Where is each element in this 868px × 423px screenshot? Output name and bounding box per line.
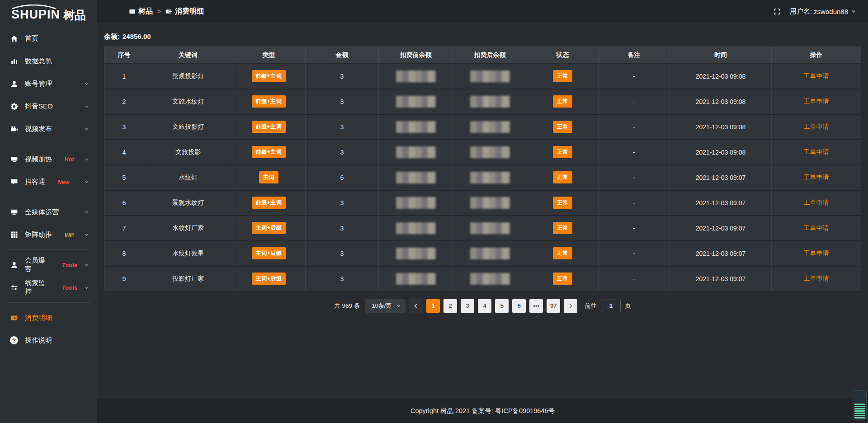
sidebar-item-data-overview[interactable]: 数据总览 <box>0 50 97 72</box>
page-5-button[interactable]: 5 <box>495 299 509 313</box>
breadcrumb-item-0[interactable]: 树品 <box>129 7 153 16</box>
page-2-button[interactable]: 2 <box>443 299 457 313</box>
cell-action: 工单申请 <box>772 190 861 216</box>
cell-type: 前缀+主词 <box>232 114 306 140</box>
sidebar-item-clue-monitor[interactable]: 线索监控Tools <box>0 276 97 299</box>
sidebar-divider <box>7 197 90 197</box>
cell-keyword: 水纹灯厂家 <box>144 216 232 241</box>
sidebar-item-consumption-details[interactable]: 消费明细 <box>0 306 97 329</box>
cell-balance-before <box>379 89 453 114</box>
cell-balance-before <box>379 140 453 165</box>
topbar: 树品>消费明细 用户名: zswodun88 <box>97 0 868 23</box>
cell-time: 2021-12-03 09:07 <box>670 190 772 216</box>
chevron-down-icon <box>84 210 89 215</box>
cell-time: 2021-12-03 09:08 <box>670 89 772 114</box>
page-size-select[interactable]: 10条/页 <box>365 299 406 313</box>
cell-status: 正常 <box>527 190 599 216</box>
grid-icon <box>10 230 18 239</box>
fullscreen-icon[interactable] <box>773 8 781 15</box>
cell-remark: - <box>599 165 670 190</box>
logo: SHUPIN 树品 <box>0 0 97 24</box>
chevron-down-icon <box>84 127 89 132</box>
cell-balance-after <box>453 114 527 140</box>
sidebar-item-video-heating[interactable]: 视频加热Hot <box>0 148 97 170</box>
sidebar-item-home[interactable]: 首页 <box>0 27 97 50</box>
work-order-link[interactable]: 工单申请 <box>804 249 829 257</box>
cell-action: 工单申请 <box>772 241 861 266</box>
work-order-link[interactable]: 工单申请 <box>804 174 829 181</box>
work-order-link[interactable]: 工单申请 <box>804 123 829 130</box>
cell-time: 2021-12-03 09:07 <box>670 241 772 266</box>
sidebar-item-operation-guide[interactable]: ?操作说明 <box>0 329 97 352</box>
sidebar-item-douyin-seo[interactable]: 抖音SEO <box>0 95 97 118</box>
cell-remark: - <box>599 216 670 241</box>
sidebar-item-matrix-boost[interactable]: 矩阵助推VIP <box>0 223 97 246</box>
chat-icon <box>10 178 18 186</box>
sidebar-item-member-booster[interactable]: 会员爆客Tools <box>0 254 97 276</box>
chevron-down-icon <box>84 285 89 290</box>
table-row: 9投影灯厂家主词+后缀3正常-2021-12-03 09:07工单申请 <box>104 266 861 291</box>
redacted-balance-before <box>396 121 436 133</box>
sidebar-item-label: 抖音SEO <box>25 102 53 111</box>
user-icon <box>10 80 18 88</box>
page-4-button[interactable]: 4 <box>478 299 491 313</box>
redacted-balance-after <box>470 146 510 158</box>
redacted-balance-after <box>470 197 510 209</box>
more-pages-button[interactable]: ••• <box>529 299 543 313</box>
cell-remark: - <box>599 114 670 140</box>
cell-remark: - <box>599 241 670 266</box>
goto-page-input[interactable] <box>601 300 621 312</box>
sidebar-item-label: 消费明细 <box>25 314 52 322</box>
work-order-link[interactable]: 工单申请 <box>804 224 829 231</box>
work-order-link[interactable]: 工单申请 <box>804 148 829 155</box>
cell-status: 正常 <box>527 64 599 89</box>
status-badge: 正常 <box>553 70 572 82</box>
chevron-down-icon <box>84 232 89 237</box>
chevron-down-icon <box>851 9 856 14</box>
cell-index: 4 <box>104 140 144 165</box>
total-count: 共 969 条 <box>334 302 360 310</box>
cell-type: 主词+后缀 <box>232 266 306 291</box>
sidebar: SHUPIN 树品 首页数据总览账号管理抖音SEO视频发布视频加热Hot抖客通N… <box>0 0 97 423</box>
cell-remark: - <box>599 64 670 89</box>
page-1-button[interactable]: 1 <box>426 299 440 313</box>
redacted-balance-after <box>470 121 510 133</box>
mini-monitor-widget[interactable] <box>853 390 867 420</box>
sidebar-item-douketong[interactable]: 抖客通New <box>0 170 97 193</box>
sidebar-item-label: 视频发布 <box>25 125 52 133</box>
cell-balance-after <box>453 266 527 291</box>
work-order-link[interactable]: 工单申请 <box>804 275 829 282</box>
sidebar-item-tag: Tools <box>62 262 77 268</box>
cell-index: 3 <box>104 114 144 140</box>
status-badge: 正常 <box>553 95 572 108</box>
work-order-link[interactable]: 工单申请 <box>804 72 829 80</box>
column-header-4: 扣费前余额 <box>379 47 453 64</box>
balance-value: 24856.00 <box>123 33 151 40</box>
cell-action: 工单申请 <box>772 216 861 241</box>
prev-page-button[interactable] <box>409 299 423 313</box>
cell-balance-after <box>453 241 527 266</box>
cell-remark: - <box>599 140 670 165</box>
work-order-link[interactable]: 工单申请 <box>804 98 829 105</box>
consumption-table: 序号关键词类型金额扣费前余额扣费后余额状态备注时间操作 1景观投影灯前缀+主词3… <box>104 47 861 292</box>
page-97-button[interactable]: 97 <box>547 299 560 313</box>
cell-remark: - <box>599 190 670 216</box>
work-order-link[interactable]: 工单申请 <box>804 199 829 206</box>
redacted-balance-before <box>396 222 436 234</box>
user-menu[interactable]: 用户名: zswodun88 <box>790 7 856 16</box>
sliders-icon <box>10 283 18 291</box>
type-badge: 前缀+主词 <box>252 146 286 158</box>
monitor-bar <box>854 415 865 416</box>
page-6-button[interactable]: 6 <box>512 299 526 313</box>
cell-balance-before <box>379 241 453 266</box>
wallet-icon <box>165 8 172 15</box>
sidebar-item-video-publish[interactable]: 视频发布 <box>0 118 97 140</box>
breadcrumb-item-1[interactable]: 消费明细 <box>165 7 204 16</box>
sidebar-item-account-management[interactable]: 账号管理 <box>0 72 97 95</box>
sidebar-item-omnimedia-operation[interactable]: 全媒体运营 <box>0 201 97 223</box>
cell-amount: 3 <box>306 89 379 114</box>
next-page-button[interactable] <box>564 299 577 313</box>
page-3-button[interactable]: 3 <box>461 299 474 313</box>
table-row: 7水纹灯厂家主词+后缀3正常-2021-12-03 09:07工单申请 <box>104 216 861 241</box>
table-row: 2文旅水纹灯前缀+主词3正常-2021-12-03 09:08工单申请 <box>104 89 861 114</box>
